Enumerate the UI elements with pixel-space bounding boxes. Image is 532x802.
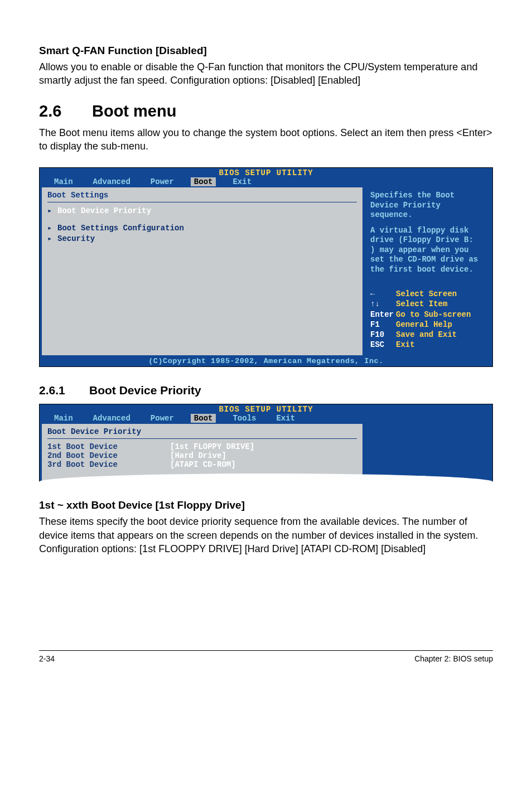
bios2-row-2nd[interactable]: 2nd Boot Device[Hard Drive] — [47, 451, 357, 460]
bios1-item-boot-device-priority[interactable]: ▸ Boot Device Priority — [47, 206, 357, 215]
bios-screenshot-2: BIOS SETUP UTILITY Main Advanced Power B… — [39, 404, 493, 484]
triangle-right-icon: ▸ — [47, 234, 57, 243]
page-footer: 2-34 Chapter 2: BIOS setup — [39, 650, 493, 663]
bios-screenshot-1: BIOS SETUP UTILITY Main Advanced Power B… — [39, 167, 493, 367]
bios2-tab-boot[interactable]: Boot — [191, 414, 216, 423]
bios1-nav3: General Help — [396, 320, 452, 330]
bios2-tab-power[interactable]: Power — [141, 414, 184, 423]
qfan-body: Allows you to enable or disable the Q-Fa… — [39, 60, 493, 88]
bios1-tab-main[interactable]: Main — [44, 177, 83, 186]
subsection-num: 2.6.1 — [39, 384, 89, 397]
footer-chapter: Chapter 2: BIOS setup — [414, 654, 493, 663]
arrow-updown-icon: ↑↓ — [370, 299, 396, 309]
bios2-tab-tools[interactable]: Tools — [223, 414, 266, 423]
f10-key-label: F10 — [370, 330, 396, 340]
bios1-item0-label: Boot Device Priority — [57, 206, 151, 215]
qfan-heading: Smart Q-FAN Function [Disabled] — [39, 45, 493, 57]
triangle-right-icon: ▸ — [47, 223, 57, 233]
bios2-title: BIOS SETUP UTILITY — [40, 404, 492, 414]
bios1-item2-label: Security — [57, 234, 95, 243]
bios1-nav4: Save and Exit — [396, 330, 457, 340]
bios2-k0: 1st Boot Device — [47, 442, 170, 451]
bios1-tab-advanced[interactable]: Advanced — [83, 177, 141, 186]
bios2-pane-header: Boot Device Priority — [47, 427, 357, 436]
bios1-title: BIOS SETUP UTILITY — [40, 168, 492, 177]
bios1-nav5: Exit — [396, 340, 415, 350]
bios1-pane-header: Boot Settings — [47, 191, 357, 200]
bios1-item-security[interactable]: ▸ Security — [47, 234, 357, 243]
bios1-nav1: Select Item — [396, 299, 447, 309]
bios1-copyright: (C)Copyright 1985-2002, American Megatre… — [40, 356, 492, 366]
bios1-tab-power[interactable]: Power — [141, 177, 184, 186]
bios2-k2: 3rd Boot Device — [47, 460, 170, 469]
boot-menu-title: Boot menu — [92, 102, 176, 120]
first-boot-device-heading: 1st ~ xxth Boot Device [1st Floppy Drive… — [39, 499, 493, 511]
boot-device-priority-heading: 2.6.1Boot Device Priority — [39, 384, 493, 397]
bios1-menu: Main Advanced Power Boot Exit — [40, 177, 492, 187]
bios1-nav2: Go to Sub-screen — [396, 310, 471, 320]
bios1-help2: A virtual floppy disk drive (Floppy Driv… — [370, 226, 485, 275]
bios1-nav0: Select Screen — [396, 289, 457, 299]
bios1-nav: ←Select Screen ↑↓Select Item EnterGo to … — [370, 289, 485, 350]
bios2-v0: [1st FLOPPY DRIVE] — [170, 442, 254, 451]
bios1-help1: Specifies the Boot Device Priority seque… — [370, 191, 485, 220]
bios2-row-1st[interactable]: 1st Boot Device[1st FLOPPY DRIVE] — [47, 442, 357, 451]
f1-key-label: F1 — [370, 320, 396, 330]
bios1-item1-label: Boot Settings Configuration — [57, 224, 184, 233]
bios1-tab-boot[interactable]: Boot — [191, 177, 216, 186]
boot-menu-body: The Boot menu items allow you to change … — [39, 126, 493, 153]
first-boot-device-body: These items specify the boot device prio… — [39, 515, 493, 555]
esc-key-label: ESC — [370, 340, 396, 350]
subsection-title: Boot Device Priority — [89, 384, 201, 397]
bios2-v2: [ATAPI CD-ROM] — [170, 460, 236, 469]
bios1-tab-exit[interactable]: Exit — [223, 177, 262, 186]
footer-page-num: 2-34 — [39, 654, 55, 663]
triangle-right-icon: ▸ — [47, 206, 57, 215]
boot-menu-heading: 2.6Boot menu — [39, 102, 493, 120]
bios2-row-3rd[interactable]: 3rd Boot Device[ATAPI CD-ROM] — [47, 460, 357, 469]
bios2-k1: 2nd Boot Device — [47, 451, 170, 460]
enter-key-label: Enter — [370, 310, 396, 320]
boot-menu-num: 2.6 — [39, 102, 92, 120]
arrow-left-icon: ← — [370, 289, 396, 299]
bios2-tab-advanced[interactable]: Advanced — [83, 414, 141, 423]
bios2-tab-exit[interactable]: Exit — [266, 414, 305, 423]
bios2-menu: Main Advanced Power Boot Tools Exit — [40, 414, 492, 424]
bios2-tab-main[interactable]: Main — [44, 414, 83, 423]
bios1-item-boot-settings-config[interactable]: ▸ Boot Settings Configuration — [47, 223, 357, 233]
bios2-v1: [Hard Drive] — [170, 451, 226, 460]
